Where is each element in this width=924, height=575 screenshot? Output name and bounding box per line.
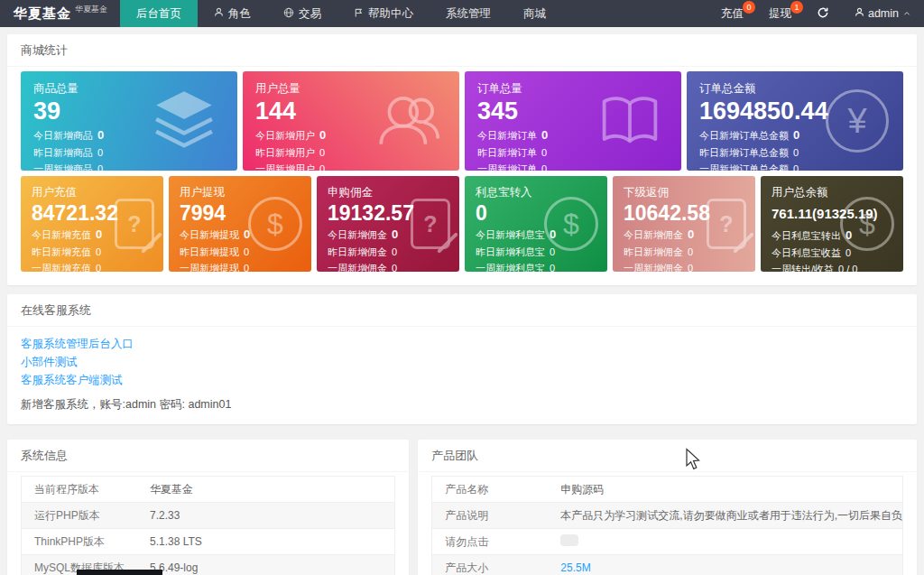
refresh-icon <box>817 6 829 22</box>
stat-sub-label: 一周转出/收益 <box>772 264 834 272</box>
stat-sub-value: 0 <box>793 128 799 142</box>
stat-sub-value: 0 <box>541 163 547 171</box>
stat-sub-label: 昨日新增订单总金额 <box>699 147 789 158</box>
stat-sub-label: 今日利息宝转出 <box>772 230 841 241</box>
stat-value: 39 <box>33 97 225 125</box>
stat-title: 用户提现 <box>180 185 300 200</box>
table-row: 请勿点击 <box>432 529 902 555</box>
stat-card-withdraw: 用户提现 7994 今日新增提现0 昨日新增提现0 一周新增提现0 $ <box>169 176 311 272</box>
stat-card-commission: 申购佣金 19132.57 今日新增佣金0 昨日新增佣金0 一周新增佣金0 ? <box>317 176 459 272</box>
stat-sub-label: 一周新增订单总金额 <box>699 163 789 171</box>
globe-icon <box>283 7 294 21</box>
stat-sub-label: 昨日新增佣金 <box>328 246 387 257</box>
logo-subtext: 华夏基金 <box>75 4 107 15</box>
stats-row-2: 用户充值 84721.32 今日新增充值0 昨日新增充值0 一周新增充值0 ? … <box>21 176 903 272</box>
table-row: ThinkPHP版本5.1.38 LTS <box>22 529 394 555</box>
stat-value: 1694850.44 <box>699 97 891 125</box>
stat-title: 下级返佣 <box>624 185 744 200</box>
stat-sub-label: 今日新增用户 <box>255 130 315 141</box>
product-team-table: 产品名称申购源码 产品说明本产品只为学习测试交流,请勿要做商业或者用于违法行为,… <box>431 476 903 575</box>
stat-sub-label: 今日新增利息宝 <box>476 229 545 240</box>
nav-item-label: 角色 <box>228 6 251 22</box>
stat-sub-value: 0 / 0 <box>838 264 857 272</box>
chevron-up-icon <box>902 7 911 20</box>
stat-sub-label: 今日新增提现 <box>180 229 239 240</box>
stat-sub-label: 今日新增订单 <box>477 130 537 141</box>
product-size-link[interactable]: 25.5M <box>560 561 590 574</box>
withdraw-button[interactable]: 提现 1 <box>756 0 804 27</box>
stat-title: 订单总金额 <box>699 81 891 97</box>
nav-item-label: 帮助中心 <box>368 6 413 22</box>
stat-sub-value: 0 <box>793 147 799 158</box>
stat-sub-value: 0 <box>96 246 101 257</box>
service-panel-title: 在线客服系统 <box>7 294 917 327</box>
stat-sub-value: 0 <box>392 227 398 241</box>
stat-title: 用户总余额 <box>772 185 892 200</box>
nav-item-label: 系统管理 <box>446 6 491 22</box>
stat-card-balance: 用户总余额 761.11(91325.19) 今日利息宝转出0 今日利息宝收益0… <box>761 176 903 272</box>
stat-sub-label: 今日利息宝收益 <box>772 247 841 258</box>
stat-sub-label: 一周新增商品 <box>33 163 93 171</box>
logo-text: 华夏基金 <box>14 5 71 23</box>
stat-sub-value: 0 <box>392 246 397 257</box>
main-nav: 后台首页 角色 交易 帮助中心 系统管理 商城 <box>120 0 562 27</box>
stat-sub-label: 一周新增利息宝 <box>476 263 545 272</box>
flag-icon <box>354 7 364 21</box>
stat-sub-value: 0 <box>392 263 397 272</box>
username: admin <box>868 7 899 20</box>
stat-sub-label: 一周新增充值 <box>32 263 91 272</box>
stat-sub-label: 今日新增佣金 <box>328 229 387 240</box>
stat-sub-label: 今日新增商品 <box>33 130 93 141</box>
stat-sub-label: 昨日新增订单 <box>477 147 537 158</box>
stat-sub-label: 今日新增佣金 <box>624 229 683 240</box>
link-service-admin[interactable]: 客服系统管理后台入口 <box>21 337 903 352</box>
recharge-button[interactable]: 充值 0 <box>708 0 756 27</box>
stat-title: 申购佣金 <box>328 185 448 200</box>
stat-value: 19132.57 <box>328 201 448 225</box>
system-info-title: 系统信息 <box>7 440 409 472</box>
nav-item-label: 商城 <box>523 6 546 22</box>
stat-card-users: 用户总量 144 今日新增用户0 昨日新增用户0 一周新增用户0 <box>243 71 459 171</box>
stat-sub-value: 0 <box>541 147 547 158</box>
system-info-panel: 系统信息 当前程序版本华夏基金 运行PHP版本7.2.33 ThinkPHP版本… <box>7 440 409 575</box>
stat-value: 144 <box>255 97 447 125</box>
stat-sub-value: 0 <box>688 246 693 257</box>
topbar-actions: 充值 0 提现 1 admin <box>708 0 924 27</box>
link-service-client-test[interactable]: 客服系统客户端测试 <box>21 373 903 388</box>
stat-sub-label: 一周新增提现 <box>180 263 239 272</box>
stat-sub-label: 今日新增充值 <box>32 229 91 240</box>
table-row: 运行PHP版本7.2.33 <box>22 503 394 529</box>
stat-sub-label: 昨日新增提现 <box>180 246 239 257</box>
stat-card-interest-in: 利息宝转入 0 今日新增利息宝0 昨日新增利息宝0 一周新增利息宝0 $ <box>465 176 607 272</box>
withdraw-badge: 1 <box>790 1 803 14</box>
stat-sub-value: 0 <box>97 147 103 158</box>
nav-item-mall[interactable]: 商城 <box>507 0 562 27</box>
stat-value: 345 <box>477 97 669 125</box>
stat-sub-label: 一周新增订单 <box>477 163 537 171</box>
stats-panel: 商城统计 商品总量 39 今日新增商品0 昨日新增商品0 一周新增商品0 用户总… <box>7 34 917 285</box>
nav-item-roles[interactable]: 角色 <box>198 0 267 27</box>
stat-value: 0 <box>476 201 596 225</box>
stat-sub-value: 0 <box>96 263 101 272</box>
link-widget-test[interactable]: 小部件测试 <box>21 355 903 370</box>
nav-item-trade[interactable]: 交易 <box>267 0 337 27</box>
stat-sub-value: 0 <box>97 163 103 171</box>
placeholder-pill[interactable] <box>560 534 578 546</box>
top-navbar: 华夏基金 华夏基金 后台首页 角色 交易 帮助中心 系统管理 商城 充值 0 <box>0 0 924 27</box>
table-row: 产品大小25.5M <box>432 555 902 575</box>
stat-title: 用户充值 <box>32 185 152 200</box>
stat-sub-value: 0 <box>541 128 548 142</box>
user-menu[interactable]: admin <box>842 0 924 27</box>
stat-sub-value: 0 <box>550 227 556 241</box>
app-logo[interactable]: 华夏基金 华夏基金 <box>0 0 120 27</box>
refresh-button[interactable] <box>804 0 842 27</box>
nav-item-home[interactable]: 后台首页 <box>120 0 198 27</box>
nav-item-system[interactable]: 系统管理 <box>430 0 507 27</box>
nav-item-help[interactable]: 帮助中心 <box>337 0 430 27</box>
stat-sub-value: 0 <box>550 246 555 257</box>
stat-value: 84721.32 <box>32 201 152 225</box>
stat-title: 用户总量 <box>255 81 447 97</box>
bottom-panels: 系统信息 当前程序版本华夏基金 运行PHP版本7.2.33 ThinkPHP版本… <box>7 440 917 575</box>
stat-sub-label: 昨日新增用户 <box>255 147 315 158</box>
stat-sub-label: 一周新增佣金 <box>624 263 683 272</box>
